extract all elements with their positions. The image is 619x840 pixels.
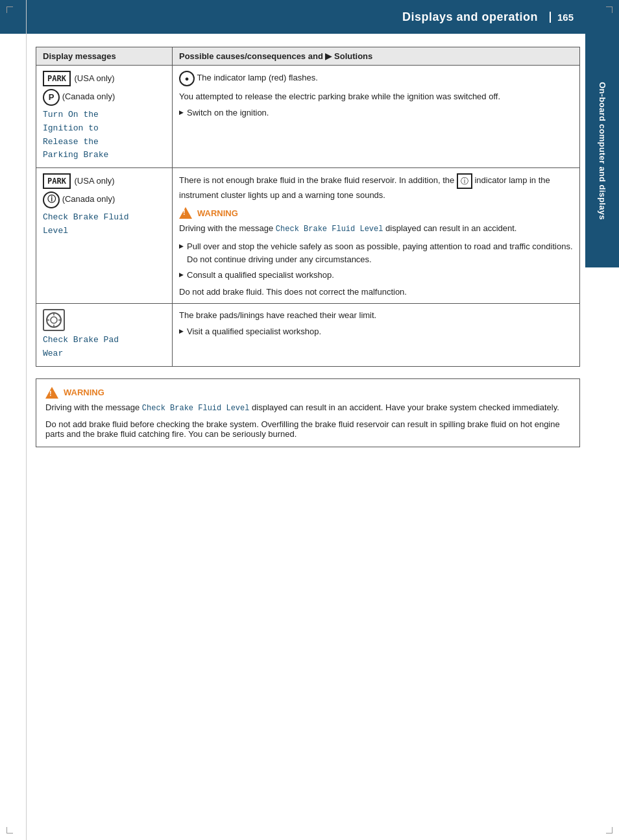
solution-consult-text: Consult a qualified specialist workshop. <box>187 269 334 282</box>
check-brake-pad-text: Check Brake PadWear <box>43 334 165 361</box>
causes-cell-2: There is not enough brake fluid in the b… <box>173 168 580 304</box>
header-bar: Displays and operation 165 <box>0 0 619 34</box>
display-msg-park2: PARK (USA only) <box>43 173 165 189</box>
ignition-icon: ● <box>179 71 195 86</box>
warning-box-para-1: Driving with the message Check Brake Flu… <box>45 402 570 413</box>
turn-on-ignition-text: Turn On theIgnition toRelease theParking… <box>43 108 165 162</box>
park-badge: PARK <box>43 71 71 86</box>
circle-i-icon: ⓘ <box>43 191 60 208</box>
main-content: Display messages Possible causes/consequ… <box>36 34 580 447</box>
brake-pad-icon <box>43 309 65 331</box>
table-row: PARK (USA only) ⓘ (Canada only) Check Br… <box>36 168 580 304</box>
inline-warning-text: Driving with the message Check Brake Flu… <box>179 222 573 235</box>
inline-code-check-brake: Check Brake Fluid Level <box>276 225 383 234</box>
indicator-box-icon: ⓘ <box>457 173 472 189</box>
warning-box-header: WARNING <box>45 387 570 399</box>
warning-box-para-2: Do not add brake fluid before checking t… <box>45 419 570 439</box>
inline-warning-block: WARNING Driving with the message Check B… <box>179 207 573 236</box>
page-number: 165 <box>550 12 580 23</box>
display-cell-1: PARK (USA only) P (Canada only) Turn On … <box>36 66 173 168</box>
park-badge-2: PARK <box>43 173 71 189</box>
warning-box-label: WARNING <box>64 388 104 397</box>
solution-pull-over: Pull over and stop the vehicle safely as… <box>179 240 573 266</box>
display-msg-park1: PARK (USA only) <box>43 71 165 86</box>
svg-point-1 <box>51 317 57 323</box>
side-tab-label: On-board computer and displays <box>598 82 607 220</box>
solution-1: Switch on the ignition. <box>179 106 573 119</box>
solution-visit-workshop: Visit a qualified specialist workshop. <box>179 325 573 338</box>
inline-warning-header: WARNING <box>179 207 573 220</box>
canada-label-2: (Canada only) <box>62 195 115 204</box>
col-header-causes: Possible causes/consequences and ▶ Solut… <box>173 47 580 66</box>
corner-mark-br <box>606 827 613 834</box>
circle-p-icon: P <box>43 89 60 106</box>
inline-warning-label: WARNING <box>197 207 238 220</box>
warning-code-1: Check Brake Fluid Level <box>142 404 250 413</box>
indicator-line: ● The indicator lamp (red) flashes. <box>179 71 573 86</box>
main-table: Display messages Possible causes/consequ… <box>36 47 580 367</box>
no-add-brake-note: Do not add brake fluid. This does not co… <box>179 286 573 299</box>
brake-fluid-cause: There is not enough brake fluid in the b… <box>179 173 573 202</box>
display-cell-2: PARK (USA only) ⓘ (Canada only) Check Br… <box>36 168 173 304</box>
corner-mark-tr <box>606 6 613 13</box>
brake-pad-svg <box>44 310 64 330</box>
margin-line-left <box>26 0 27 840</box>
check-brake-fluid-text: Check Brake FluidLevel <box>43 211 165 238</box>
canada-row-2: ⓘ (Canada only) <box>43 191 165 208</box>
causes-cell-3: The brake pads/linings have reached thei… <box>173 304 580 367</box>
indicator-text: The indicator lamp (red) flashes. <box>197 73 317 82</box>
causes-cell-1: ● The indicator lamp (red) flashes. You … <box>173 66 580 168</box>
usa-label: (USA only) <box>75 73 115 83</box>
display-cell-3: Check Brake PadWear <box>36 304 173 367</box>
brake-pad-icon-container <box>43 309 165 331</box>
header-title: Displays and operation <box>402 10 538 24</box>
canada-label: (Canada only) <box>62 92 115 101</box>
brake-pad-cause: The brake pads/linings have reached thei… <box>179 309 573 322</box>
col-header-display: Display messages <box>36 47 173 66</box>
warning-box: WARNING Driving with the message Check B… <box>36 378 580 447</box>
corner-mark-bl <box>6 827 13 834</box>
table-row: PARK (USA only) P (Canada only) Turn On … <box>36 66 580 168</box>
table-row: Check Brake PadWear The brake pads/linin… <box>36 304 580 367</box>
solution-pull-over-text: Pull over and stop the vehicle safely as… <box>187 240 573 266</box>
side-tab: On-board computer and displays <box>585 34 619 267</box>
corner-mark-tl <box>6 6 13 13</box>
canada-row: P (Canada only) <box>43 89 165 106</box>
usa-label-2: (USA only) <box>75 176 115 186</box>
warning-triangle-icon <box>179 207 192 219</box>
solution-consult: Consult a qualified specialist workshop. <box>179 269 573 282</box>
warning-box-triangle-icon <box>45 387 58 399</box>
cause-text-1: You attempted to release the electric pa… <box>179 90 573 103</box>
solution-visit-text: Visit a qualified specialist workshop. <box>187 325 321 338</box>
